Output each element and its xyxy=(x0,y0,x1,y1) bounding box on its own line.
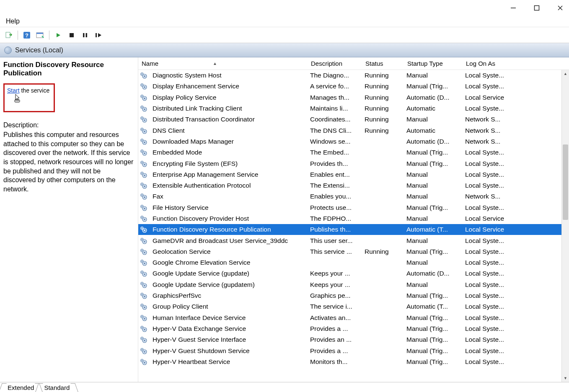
service-row[interactable]: Extensible Authentication Protocol The E… xyxy=(138,180,569,191)
start-service-link[interactable]: Start xyxy=(7,87,20,94)
properties-icon[interactable] xyxy=(35,30,46,40)
service-row[interactable]: Display Enhancement Service A service fo… xyxy=(138,81,569,92)
service-log-on-as: Local Syste... xyxy=(463,248,525,255)
service-icon xyxy=(140,215,147,222)
svg-point-40 xyxy=(144,131,145,132)
svg-point-100 xyxy=(144,296,145,297)
stop-service-icon[interactable] xyxy=(66,30,77,40)
svg-rect-11 xyxy=(83,33,85,37)
service-row[interactable]: Diagnostic System Host The Diagno... Run… xyxy=(138,70,569,81)
service-startup-type: Manual (Trig... xyxy=(404,325,463,333)
service-log-on-as: Local Service xyxy=(463,94,525,101)
svg-point-90 xyxy=(142,261,142,262)
service-icon xyxy=(140,72,147,79)
service-icon xyxy=(140,358,147,366)
service-description: Publishes th... xyxy=(308,226,362,233)
service-description: Maintains li... xyxy=(308,105,362,112)
service-row[interactable]: Hyper-V Guest Shutdown Service Provides … xyxy=(138,345,569,356)
service-startup-type: Manual xyxy=(404,237,463,245)
service-row[interactable]: Hyper-V Data Exchange Service Provides a… xyxy=(138,323,569,334)
service-row[interactable]: Encrypting File System (EFS) Provides th… xyxy=(138,158,569,169)
service-icon xyxy=(140,83,147,90)
column-header-startup-type[interactable]: Startup Type xyxy=(404,58,463,69)
svg-point-48 xyxy=(144,152,145,154)
svg-rect-12 xyxy=(86,33,88,37)
service-row[interactable]: File History Service Protects use... Man… xyxy=(138,202,569,213)
service-row[interactable]: Google Update Service (gupdatem) Keeps y… xyxy=(138,279,569,290)
service-row[interactable]: Hyper-V Guest Service Interface Provides… xyxy=(138,334,569,345)
column-header-name[interactable]: Name ▲ xyxy=(138,58,308,69)
service-name: File History Service xyxy=(150,204,308,211)
minimize-button[interactable] xyxy=(507,2,520,14)
restart-service-icon[interactable] xyxy=(93,30,104,40)
service-row[interactable]: Enterprise App Management Service Enable… xyxy=(138,169,569,180)
service-name: Distributed Transaction Coordinator xyxy=(150,116,308,123)
toolbar-separator xyxy=(18,31,18,40)
toolbar: ? xyxy=(0,27,569,43)
service-startup-type: Manual xyxy=(404,182,463,189)
service-row[interactable]: Group Policy Client The service i... Aut… xyxy=(138,301,569,312)
start-service-icon[interactable] xyxy=(53,30,64,40)
service-name: Human Interface Device Service xyxy=(150,314,308,322)
help-icon[interactable]: ? xyxy=(21,30,32,40)
service-name: Google Chrome Elevation Service xyxy=(150,259,308,266)
service-row[interactable]: Google Update Service (gupdate) Keeps yo… xyxy=(138,268,569,279)
service-row[interactable]: Fax Enables you... Manual Network S... xyxy=(138,191,569,202)
tree-tabbar: Services (Local) xyxy=(0,43,569,57)
service-startup-type: Manual xyxy=(404,215,463,222)
service-row[interactable]: Human Interface Device Service Activates… xyxy=(138,312,569,323)
scroll-up-icon[interactable]: ▲ xyxy=(562,70,569,77)
service-row[interactable]: DNS Client The DNS Cli... Running Automa… xyxy=(138,125,569,136)
export-list-icon[interactable] xyxy=(3,30,14,40)
service-name: Hyper-V Heartbeat Service xyxy=(150,358,308,366)
close-button[interactable] xyxy=(554,2,566,14)
svg-point-120 xyxy=(144,351,145,353)
column-header-status[interactable]: Status xyxy=(362,58,404,69)
svg-rect-8 xyxy=(36,33,43,34)
svg-point-20 xyxy=(144,75,145,77)
service-icon xyxy=(140,127,147,134)
service-row[interactable]: Distributed Transaction Coordinator Coor… xyxy=(138,114,569,125)
service-name: Downloaded Maps Manager xyxy=(150,138,308,145)
sort-indicator-icon: ▲ xyxy=(213,61,217,66)
service-row[interactable]: Downloaded Maps Manager Windows se... Au… xyxy=(138,136,569,147)
service-row[interactable]: Function Discovery Resource Publication … xyxy=(138,224,569,235)
column-header-log-on-as[interactable]: Log On As xyxy=(463,58,525,69)
scroll-track[interactable] xyxy=(562,77,569,374)
service-row[interactable]: GameDVR and Broadcast User Service_39ddc… xyxy=(138,235,569,246)
maximize-button[interactable] xyxy=(530,2,543,14)
service-icon xyxy=(140,116,147,123)
service-log-on-as: Local Service xyxy=(463,215,525,222)
service-startup-type: Automatic (T... xyxy=(404,226,463,233)
service-row[interactable]: Display Policy Service Manages th... Run… xyxy=(138,92,569,103)
services-rows: Diagnostic System Host The Diagno... Run… xyxy=(138,70,569,382)
service-description: Provides a ... xyxy=(308,325,362,333)
vertical-scrollbar[interactable]: ▲ ▼ xyxy=(561,70,569,382)
tab-standard[interactable]: Standard xyxy=(39,383,75,392)
svg-point-46 xyxy=(142,140,142,141)
service-row[interactable]: Distributed Link Tracking Client Maintai… xyxy=(138,103,569,114)
service-row[interactable]: GraphicsPerfSvc Graphics pe... Manual (T… xyxy=(138,290,569,301)
scroll-down-icon[interactable]: ▼ xyxy=(562,374,569,382)
service-row[interactable]: Function Discovery Provider Host The FDP… xyxy=(138,213,569,224)
service-status: Running xyxy=(362,105,404,112)
service-log-on-as: Network S... xyxy=(463,193,525,200)
service-log-on-as: Network S... xyxy=(463,116,525,123)
service-status: Running xyxy=(362,116,404,123)
description-label: Description: xyxy=(3,121,134,129)
svg-point-104 xyxy=(144,307,145,309)
service-description: Coordinates... xyxy=(308,116,362,123)
column-header-description[interactable]: Description xyxy=(308,58,362,69)
service-row[interactable]: Embedded Mode The Embed... Manual (Trig.… xyxy=(138,147,569,158)
service-row[interactable]: Hyper-V Heartbeat Service Monitors th...… xyxy=(138,356,569,367)
scroll-thumb[interactable] xyxy=(563,144,568,220)
menu-help[interactable]: Help xyxy=(6,18,20,25)
pause-service-icon[interactable] xyxy=(80,30,91,40)
svg-point-106 xyxy=(142,305,142,306)
services-node-label[interactable]: Services (Local) xyxy=(15,46,63,54)
service-row[interactable]: Geolocation Service This service ... Run… xyxy=(138,246,569,257)
service-row[interactable]: Google Chrome Elevation Service Manual L… xyxy=(138,257,569,268)
service-description: Provides th... xyxy=(308,160,362,168)
service-icon xyxy=(140,314,147,322)
tab-extended[interactable]: Extended xyxy=(3,383,39,392)
